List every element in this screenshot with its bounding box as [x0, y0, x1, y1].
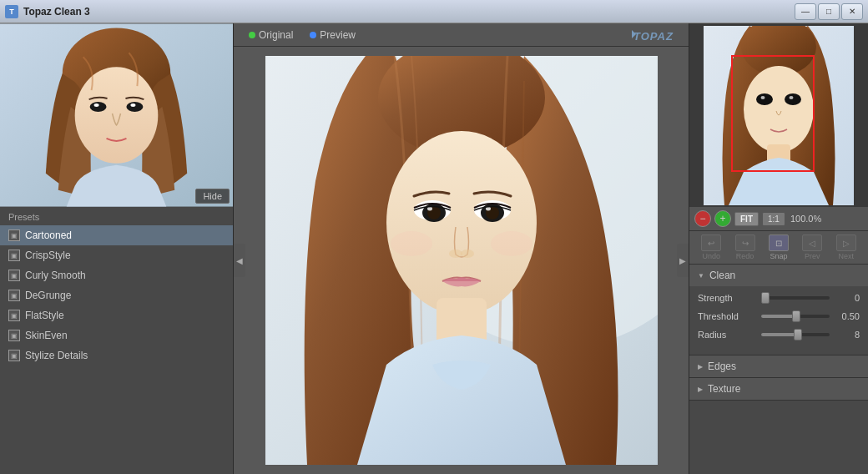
right-nav-arrow[interactable]: ▶: [677, 244, 689, 277]
zoom-minus-button[interactable]: −: [694, 210, 711, 227]
clean-section-label: Clean: [709, 270, 735, 281]
preset-label-stylizedetails: Stylize Details: [25, 350, 88, 361]
redo-icon: ↪: [735, 234, 755, 251]
threshold-track[interactable]: [761, 315, 830, 318]
maximize-button[interactable]: □: [818, 3, 840, 20]
snap-label: Snap: [770, 252, 787, 260]
redo-label: Redo: [736, 252, 754, 260]
preset-item-stylizedetails[interactable]: Stylize Details: [0, 345, 233, 366]
snap-icon: ⊡: [769, 234, 789, 251]
preset-item-crispstyle[interactable]: CrispStyle: [0, 245, 233, 265]
preset-icon-stylizedetails: [8, 350, 20, 361]
threshold-thumb[interactable]: [792, 310, 800, 322]
preset-label-cartooned: Cartooned: [25, 229, 72, 241]
view-tabs: Original Preview TOPAZ: [234, 23, 689, 47]
hide-button[interactable]: Hide: [195, 189, 230, 204]
close-button[interactable]: ✕: [841, 3, 863, 20]
prev-label: Prev: [805, 252, 820, 260]
zoom-plus-button[interactable]: +: [714, 210, 731, 227]
zoom-controls: − + FIT 1:1 100.0%: [689, 207, 868, 231]
action-row: ↩ Undo ↪ Redo ⊡ Snap ◁ Prev ▷ Next: [689, 231, 868, 265]
preset-icon-degrunge: [8, 290, 20, 301]
main-portrait: [265, 56, 658, 465]
title-bar: T Topaz Clean 3 — □ ✕: [0, 0, 868, 23]
svg-point-3: [90, 102, 107, 112]
selection-box: [731, 55, 815, 172]
preset-icon-flatstyle: [8, 310, 20, 321]
svg-point-4: [126, 102, 143, 112]
title-bar-left: T Topaz Clean 3: [5, 5, 90, 18]
preset-item-skineven[interactable]: SkinEven: [0, 325, 233, 345]
radius-value: 8: [835, 330, 860, 340]
redo-button[interactable]: ↪ Redo: [735, 234, 755, 260]
undo-button[interactable]: ↩ Undo: [701, 234, 721, 260]
strength-slider-row: Strength 0: [698, 293, 860, 303]
preset-icon-crispstyle: [8, 250, 20, 261]
texture-section-header[interactable]: ▶ Texture: [689, 378, 868, 401]
preset-item-flatstyle[interactable]: FlatStyle: [0, 305, 233, 325]
preset-item-curlysmooth[interactable]: Curly Smooth: [0, 265, 233, 285]
preset-icon-cartooned: [8, 229, 20, 241]
preset-icon-curlysmooth: [8, 270, 20, 281]
texture-section-label: Texture: [708, 383, 740, 395]
tab-original[interactable]: Original: [240, 28, 301, 43]
minimize-button[interactable]: —: [795, 3, 816, 20]
edges-section-label: Edges: [708, 361, 736, 372]
radius-label: Radius: [698, 330, 756, 340]
prev-icon: ◁: [802, 234, 822, 251]
clean-section-body: Strength 0 Threshold 0.50: [689, 286, 868, 355]
title-bar-controls: — □ ✕: [795, 3, 863, 20]
preset-label-flatstyle: FlatStyle: [25, 310, 64, 321]
preset-list: Cartooned CrispStyle Curly Smooth DeGrun…: [0, 225, 233, 474]
edges-arrow-icon: ▶: [698, 363, 703, 371]
threshold-label: Threshold: [698, 311, 756, 321]
preview-thumbnail: Hide: [0, 23, 233, 207]
svg-point-24: [391, 231, 432, 256]
app-title: Topaz Clean 3: [23, 6, 90, 18]
next-icon: ▷: [836, 234, 856, 251]
radius-track[interactable]: [761, 333, 830, 336]
strength-value: 0: [835, 293, 860, 303]
prev-button[interactable]: ◁ Prev: [802, 234, 822, 260]
preset-icon-skineven: [8, 330, 20, 341]
next-button[interactable]: ▷ Next: [836, 234, 856, 260]
undo-label: Undo: [702, 252, 720, 260]
original-label: Original: [259, 29, 293, 41]
preview-label: Preview: [320, 29, 356, 41]
strength-track[interactable]: [761, 296, 830, 300]
edges-section-header[interactable]: ▶ Edges: [689, 356, 868, 378]
topaz-logo: TOPAZ: [632, 27, 682, 48]
clean-arrow-icon: ▼: [698, 272, 704, 280]
mini-thumbnail: [689, 23, 868, 207]
preset-item-cartooned[interactable]: Cartooned: [0, 225, 233, 245]
svg-point-5: [94, 103, 99, 107]
strength-label: Strength: [698, 293, 756, 303]
preset-label-degrunge: DeGrunge: [25, 290, 71, 301]
presets-label: Presets: [0, 207, 233, 225]
radius-fill: [761, 333, 797, 336]
preset-item-degrunge[interactable]: DeGrunge: [0, 285, 233, 305]
radius-thumb[interactable]: [794, 329, 802, 340]
svg-point-23: [461, 250, 474, 258]
preset-label-curlysmooth: Curly Smooth: [25, 270, 86, 281]
left-nav-arrow[interactable]: ◀: [234, 244, 245, 277]
texture-arrow-icon: ▶: [698, 386, 703, 393]
threshold-slider-row: Threshold 0.50: [698, 311, 860, 321]
center-panel: Original Preview TOPAZ ◀: [234, 23, 689, 474]
svg-point-2: [75, 67, 159, 164]
zoom-100-button[interactable]: 1:1: [762, 212, 785, 226]
threshold-fill: [761, 315, 795, 318]
left-panel: Hide Presets Cartooned CrispStyle Curly …: [0, 23, 234, 474]
clean-section: ▼ Clean Strength 0 Threshold: [689, 265, 868, 356]
main-layout: Hide Presets Cartooned CrispStyle Curly …: [0, 23, 868, 474]
main-image-area: ◀: [234, 47, 689, 474]
preview-dot: [310, 32, 316, 38]
snap-button[interactable]: ⊡ Snap: [769, 234, 789, 260]
clean-section-header[interactable]: ▼ Clean: [689, 265, 868, 286]
tab-preview[interactable]: Preview: [301, 28, 364, 43]
zoom-fit-button[interactable]: FIT: [734, 212, 759, 226]
preset-label-crispstyle: CrispStyle: [25, 250, 71, 261]
strength-thumb[interactable]: [761, 292, 770, 304]
radius-slider-row: Radius 8: [698, 330, 860, 340]
undo-icon: ↩: [701, 234, 721, 251]
